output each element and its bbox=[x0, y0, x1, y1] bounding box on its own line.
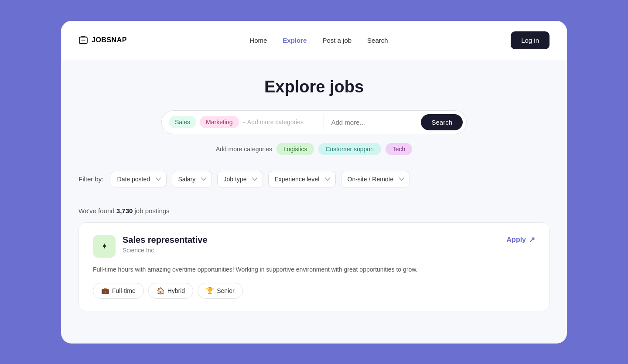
header: JOBSNAP Home Explore Post a job Search L… bbox=[61, 21, 567, 60]
tag-sales[interactable]: Sales bbox=[169, 116, 196, 128]
results-count-prefix: We've found bbox=[78, 207, 116, 214]
job-tags: 💼 Full-time 🏠 Hybrid 🏆 Senior bbox=[93, 283, 535, 299]
content: Explore jobs Sales Marketing + Add more … bbox=[61, 60, 567, 325]
nav-post-job[interactable]: Post a job bbox=[322, 37, 352, 44]
job-logo: ✦ bbox=[93, 235, 116, 258]
job-tag-senior: 🏆 Senior bbox=[198, 283, 242, 299]
job-tag-hybrid: 🏠 Hybrid bbox=[148, 283, 193, 299]
apply-label: Apply bbox=[507, 236, 526, 244]
job-card: ✦ Sales representative Science Inc. Appl… bbox=[78, 222, 550, 311]
senior-label: Senior bbox=[217, 287, 234, 294]
logo: JOBSNAP bbox=[78, 35, 127, 45]
filter-salary[interactable]: Salary bbox=[172, 171, 212, 187]
filter-onsite-remote[interactable]: On-site / Remote bbox=[341, 171, 410, 187]
job-card-left: ✦ Sales representative Science Inc. bbox=[93, 235, 208, 258]
fulltime-label: Full-time bbox=[112, 287, 136, 294]
hybrid-icon: 🏠 bbox=[157, 287, 165, 295]
add-categories-text[interactable]: + Add more categories bbox=[242, 119, 321, 126]
search-input[interactable] bbox=[328, 119, 417, 126]
job-tag-fulltime: 💼 Full-time bbox=[93, 283, 144, 299]
filter-date-posted[interactable]: Date posted bbox=[111, 171, 167, 187]
filter-experience-level[interactable]: Experience level bbox=[268, 171, 336, 187]
senior-icon: 🏆 bbox=[206, 287, 214, 295]
job-card-header: ✦ Sales representative Science Inc. Appl… bbox=[93, 235, 535, 258]
logo-text: JOBSNAP bbox=[92, 36, 127, 44]
categories-label: Add more categories bbox=[216, 146, 272, 153]
main-card: JOBSNAP Home Explore Post a job Search L… bbox=[61, 21, 567, 344]
nav-explore[interactable]: Explore bbox=[283, 37, 307, 44]
main-nav: Home Explore Post a job Search bbox=[249, 37, 388, 44]
category-customer-support[interactable]: Customer support bbox=[318, 143, 381, 155]
login-button[interactable]: Log in bbox=[511, 31, 550, 49]
apply-link[interactable]: Apply ↗ bbox=[507, 235, 535, 245]
search-divider bbox=[324, 114, 324, 130]
results-count-number: 3,730 bbox=[116, 207, 133, 214]
search-button[interactable]: Search bbox=[421, 114, 463, 130]
filter-label: Filter by: bbox=[78, 175, 104, 183]
hybrid-label: Hybrid bbox=[167, 287, 185, 294]
results-count: We've found 3,730 job postings bbox=[78, 207, 550, 214]
page-title: Explore jobs bbox=[78, 78, 550, 96]
nav-home[interactable]: Home bbox=[249, 37, 267, 44]
search-bar: Sales Marketing + Add more categories Se… bbox=[161, 110, 467, 134]
category-logistics[interactable]: Logistics bbox=[276, 143, 314, 155]
filter-job-type[interactable]: Job type bbox=[217, 171, 263, 187]
filter-row: Filter by: Date posted Salary Job type E… bbox=[78, 171, 550, 187]
job-logo-icon: ✦ bbox=[101, 242, 108, 251]
categories-row: Add more categories Logistics Customer s… bbox=[78, 143, 550, 155]
fulltime-icon: 💼 bbox=[101, 287, 109, 295]
logo-icon bbox=[78, 35, 88, 45]
job-company: Science Inc. bbox=[123, 247, 208, 254]
tag-marketing[interactable]: Marketing bbox=[200, 116, 239, 128]
job-description: Full-time hours with amazing overtime op… bbox=[93, 265, 535, 274]
apply-arrow-icon: ↗ bbox=[529, 235, 535, 245]
job-title: Sales representative bbox=[123, 235, 208, 245]
results-count-suffix: job postings bbox=[133, 207, 169, 214]
category-tech[interactable]: Tech bbox=[386, 143, 413, 155]
nav-search[interactable]: Search bbox=[367, 37, 388, 44]
job-title-group: Sales representative Science Inc. bbox=[123, 235, 208, 254]
divider bbox=[78, 198, 550, 198]
